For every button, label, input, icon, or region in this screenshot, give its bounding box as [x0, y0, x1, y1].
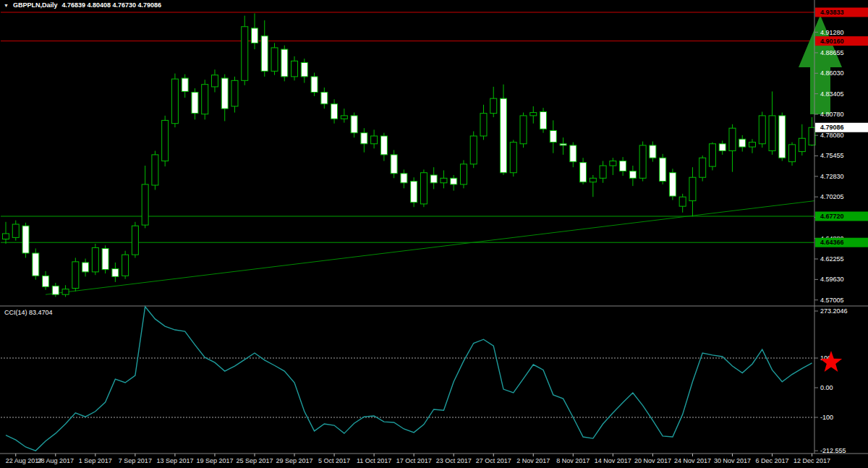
- candle-bull: [759, 116, 765, 144]
- symbol-header: ▼ GBPPLN,Daily 4.76839 4.80408 4.76730 4…: [4, 1, 161, 9]
- candle-bull: [420, 173, 427, 204]
- candle-bear: [401, 174, 407, 183]
- candle-bull: [3, 234, 9, 239]
- candle-bear: [301, 62, 307, 76]
- candle-bear: [739, 139, 746, 147]
- candle-bear: [779, 116, 786, 158]
- axis-label: 4.72830: [820, 173, 844, 180]
- date-label: 20 Nov 2017: [634, 457, 671, 464]
- candle-bear: [102, 248, 109, 269]
- candle-bear: [380, 136, 387, 155]
- candle-bull: [92, 247, 98, 271]
- candle-bull: [729, 128, 736, 150]
- candle-bull: [271, 48, 278, 71]
- axis-label: 4.88655: [820, 49, 844, 56]
- date-label: 13 Sep 2017: [156, 457, 193, 464]
- candle-bear: [570, 145, 576, 162]
- date-label: 29 Sep 2017: [276, 457, 313, 464]
- candle-bull: [769, 116, 775, 151]
- candle-bull: [590, 178, 596, 182]
- axis-label: 0.00: [820, 384, 833, 391]
- candle-bull: [371, 136, 378, 144]
- candle-bull: [789, 145, 796, 162]
- date-label: 5 Oct 2017: [318, 457, 350, 464]
- candle-bear: [451, 178, 457, 184]
- date-label: 17 Oct 2017: [396, 457, 432, 464]
- candle-bull: [202, 85, 208, 114]
- date-label: 12 Dec 2017: [793, 457, 830, 464]
- candle-bull: [600, 166, 606, 178]
- candle-bear: [719, 144, 726, 151]
- chart-background: [0, 0, 868, 468]
- symbol-title: GBPPLN,Daily: [13, 1, 58, 9]
- candle-bull: [242, 27, 248, 81]
- candle-bear: [33, 253, 39, 276]
- axis-label: 4.80780: [820, 111, 844, 118]
- chart-svg[interactable]: 4.912804.886554.860304.834054.807804.780…: [0, 0, 868, 468]
- candle-bull: [799, 138, 805, 151]
- candle-bear: [281, 49, 288, 77]
- candle-bear: [361, 133, 367, 144]
- candle-bull: [709, 144, 715, 166]
- candle-bear: [311, 77, 318, 93]
- candle-bear: [660, 158, 666, 181]
- date-label: 28 Aug 2017: [38, 457, 75, 464]
- candle-bear: [221, 78, 228, 109]
- date-label: 14 Nov 2017: [595, 457, 631, 464]
- candle-bull: [231, 80, 238, 106]
- candle-bull: [470, 136, 477, 164]
- symbol-marker-icon: ▼: [4, 2, 9, 9]
- axis-label: 273.2046: [820, 307, 848, 315]
- price-chart-canvas[interactable]: 4.912804.886554.860304.834054.807804.780…: [0, 0, 868, 468]
- candle-bear: [52, 286, 59, 294]
- candle-bear: [261, 36, 268, 72]
- candle-bull: [142, 184, 148, 225]
- candle-bull: [699, 158, 706, 177]
- candle-bear: [411, 182, 417, 203]
- candle-bear: [669, 173, 676, 196]
- candle-bull: [152, 155, 158, 185]
- candle-bull: [749, 142, 756, 147]
- candle-bear: [22, 226, 29, 253]
- candle-bull: [460, 164, 467, 184]
- date-label: 7 Sep 2017: [119, 457, 152, 464]
- date-label: 8 Nov 2017: [556, 457, 590, 464]
- candle-bear: [43, 276, 49, 286]
- indicator-label: CCI(14) 83.4704: [4, 309, 53, 316]
- candle-bear: [580, 163, 587, 182]
- candle-bear: [629, 171, 636, 179]
- resistance-price-tag-label: 4.93833: [820, 9, 844, 16]
- candle-bull: [530, 113, 537, 116]
- date-label: 1 Sep 2017: [79, 457, 112, 464]
- candle-bull: [292, 61, 298, 77]
- candle-bull: [520, 116, 527, 144]
- date-label: 30 Nov 2017: [714, 457, 751, 464]
- date-label: 2 Nov 2017: [516, 457, 550, 464]
- candle-bull: [132, 226, 138, 255]
- date-label: 27 Oct 2017: [476, 457, 511, 464]
- date-label: 25 Sep 2017: [236, 457, 273, 464]
- candle-bear: [540, 112, 547, 129]
- support-price-tag-label: 4.64366: [820, 239, 844, 246]
- candle-bull: [610, 161, 616, 166]
- resistance-price-tag-label: 4.90160: [820, 38, 844, 45]
- candle-bull: [510, 142, 516, 173]
- chart-window: ▼ GBPPLN,Daily 4.76839 4.80408 4.76730 4…: [0, 0, 868, 468]
- candle-bull: [480, 114, 487, 136]
- candle-bear: [430, 175, 437, 183]
- candle-bull: [689, 177, 696, 200]
- candle-bear: [82, 263, 89, 272]
- candle-bear: [501, 98, 507, 173]
- axis-label: 4.75455: [820, 152, 844, 159]
- candle-bear: [550, 130, 556, 142]
- axis-label: 4.78080: [820, 132, 844, 139]
- axis-label: 4.91280: [820, 29, 844, 36]
- candle-bull: [341, 116, 347, 119]
- axis-label: 4.70205: [820, 193, 844, 200]
- candle-bear: [391, 155, 397, 174]
- candle-bull: [12, 224, 19, 237]
- candle-bear: [650, 145, 656, 158]
- ohlc-readout: 4.76839 4.80408 4.76730 4.79086: [61, 1, 161, 9]
- support-price-tag-label: 4.67720: [820, 213, 844, 220]
- candle-bull: [211, 75, 218, 87]
